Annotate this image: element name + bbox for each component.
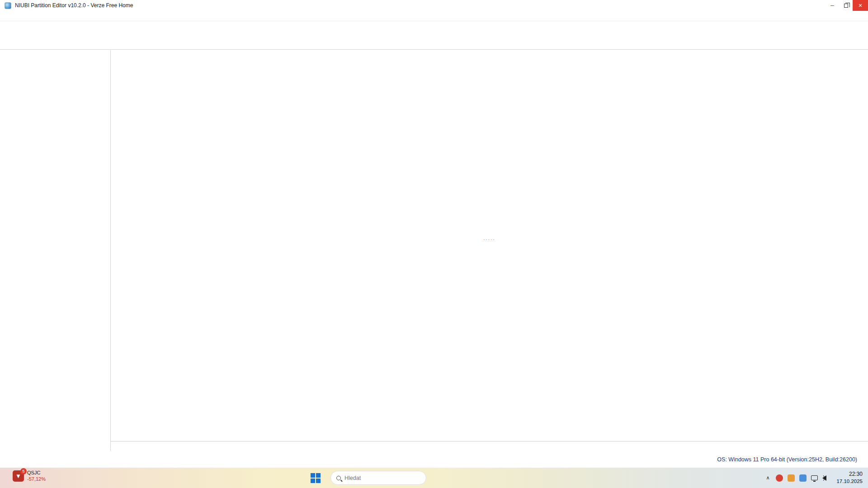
os-info-text: OS: Windows 11 Pro 64-bit (Version:25H2,… xyxy=(717,456,857,463)
sidebar xyxy=(0,50,111,451)
legend xyxy=(111,441,868,451)
search-icon xyxy=(336,476,341,480)
restore-button[interactable] xyxy=(839,0,853,11)
statusbar: OS: Windows 11 Pro 64-bit (Version:25H2,… xyxy=(0,451,868,468)
main-panel: ····· xyxy=(111,50,868,451)
windows-logo-icon xyxy=(311,473,321,483)
close-button[interactable]: ✕ xyxy=(853,0,868,11)
app-logo-icon xyxy=(5,2,11,9)
stock-change: -57,12% xyxy=(27,476,46,483)
taskbar: ▼ 5 QSJC -57,12% ∧ 22:30 17.10.2025 xyxy=(0,468,868,488)
clock-date: 17.10.2025 xyxy=(836,478,863,485)
window-controls: ─ ✕ xyxy=(826,0,868,11)
window-title: NIUBI Partition Editor v10.2.0 - Verze F… xyxy=(15,2,133,9)
tray-app-orange-icon[interactable] xyxy=(788,474,795,482)
workspace: ····· xyxy=(0,50,868,451)
taskbar-center xyxy=(307,468,430,488)
tray-app-blue-icon[interactable] xyxy=(799,474,807,482)
volume-icon[interactable] xyxy=(822,475,826,481)
disk-map-panels xyxy=(111,243,868,244)
restore-icon xyxy=(844,4,848,8)
splitter-handle[interactable]: ····· xyxy=(111,236,868,243)
network-icon[interactable] xyxy=(811,475,818,480)
app-window: NIUBI Partition Editor v10.2.0 - Verze F… xyxy=(0,0,868,468)
search-input[interactable] xyxy=(344,475,412,481)
toolbar xyxy=(0,21,868,50)
clock-time: 22:30 xyxy=(836,471,863,478)
stock-widget-icon: ▼ 5 xyxy=(13,470,24,482)
taskbar-tray: ∧ 22:30 17.10.2025 xyxy=(766,468,863,488)
clock[interactable]: 22:30 17.10.2025 xyxy=(836,471,863,485)
menubar xyxy=(0,11,868,21)
titlebar: NIUBI Partition Editor v10.2.0 - Verze F… xyxy=(0,0,868,11)
widget-badge: 5 xyxy=(20,468,27,474)
hidden-icons-chevron[interactable]: ∧ xyxy=(766,475,769,481)
minimize-button[interactable]: ─ xyxy=(826,0,839,11)
start-button[interactable] xyxy=(307,470,324,486)
stock-ticker: QSJC xyxy=(27,470,46,476)
volume-table xyxy=(111,50,868,236)
tray-app-red-icon[interactable] xyxy=(776,474,783,482)
widgets-button[interactable]: ▼ 5 QSJC -57,12% xyxy=(13,470,46,483)
taskbar-search[interactable] xyxy=(330,471,426,485)
